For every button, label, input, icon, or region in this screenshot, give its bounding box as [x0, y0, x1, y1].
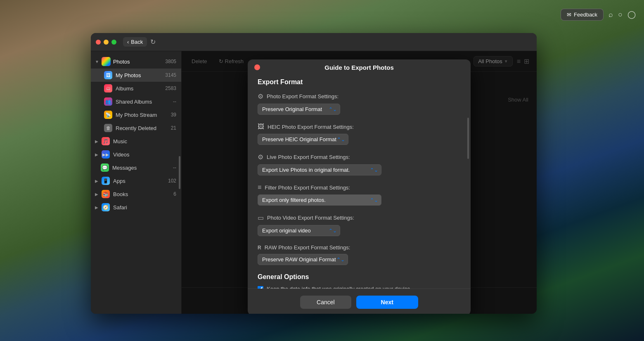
sidebar-safari-label: Safari	[113, 204, 127, 211]
heic-export-format-label-text: HEIC Photo Export Format Settings:	[268, 124, 354, 130]
sidebar-messages-label: Messages	[112, 165, 137, 171]
sidebar-shared-albums-label: Shared Albums	[116, 99, 152, 105]
chevron-right-icon-music: ▶	[95, 139, 98, 144]
photo-export-format-select[interactable]: Preserve Original FormatConvert to JPEGC…	[258, 104, 340, 115]
modal-overlay: Guide to Export Photos Export Format ⚙ P…	[182, 51, 537, 314]
sidebar-my-photos-label: My Photos	[116, 72, 141, 78]
sidebar-item-my-photos[interactable]: 🖼 My Photos 3145	[91, 69, 181, 82]
photo-video-export-label-text: Photo Video Export Format Settings:	[267, 215, 354, 221]
chevron-right-icon-safari: ▶	[95, 205, 98, 210]
photo-video-export-select[interactable]: Export original videoConvert to MP4Expor…	[258, 225, 340, 236]
next-button[interactable]: Next	[356, 296, 418, 309]
videos-icon: ▶▶	[102, 150, 110, 159]
back-button[interactable]: ‹ Back	[123, 37, 147, 47]
raw-badge-icon: R	[258, 245, 261, 251]
raw-photo-export-label-text: RAW Photo Export Format Settings:	[265, 244, 350, 251]
sidebar-item-recently-deleted[interactable]: 🗑 Recently Deleted 21	[91, 121, 181, 135]
feedback-icon: ✉	[567, 12, 571, 18]
sidebar-photos-count: 3805	[165, 59, 176, 64]
filter-lines-icon: ≡	[258, 184, 261, 191]
sidebar-apps-label: Apps	[113, 178, 125, 184]
user-icon[interactable]: ◯	[627, 10, 636, 19]
image-icon: 🖼	[258, 123, 264, 130]
date-info-checkbox-label: Keep the date info that was originally c…	[267, 286, 412, 289]
live-photo-export-row: ⚙ Live Photo Export Format Settings: Exp…	[258, 153, 461, 175]
apps-icon: 📱	[102, 177, 110, 185]
heic-export-format-select[interactable]: Preserve HEIC Original FormatConvert to …	[258, 134, 348, 145]
raw-photo-export-label: R RAW Photo Export Format Settings:	[258, 244, 461, 251]
sidebar-books-label: Books	[113, 191, 128, 197]
sidebar-item-safari[interactable]: ▶ 🧭 Safari	[91, 201, 181, 214]
sidebar-item-apps[interactable]: ▶ 📱 Apps 102	[91, 174, 181, 187]
sidebar-messages-count: --	[173, 165, 176, 170]
account-circle-icon[interactable]: ○	[618, 10, 623, 19]
sidebar-item-albums[interactable]: 🗂 Albums 2583	[91, 82, 181, 95]
photo-stream-icon: 📡	[104, 111, 112, 119]
maximize-button[interactable]	[111, 40, 116, 45]
right-panel: Delete ↻ Refresh ··· More All Photos ▼	[182, 51, 537, 314]
sidebar-photos-label: Photos	[113, 59, 130, 65]
dialog-title: Guide to Export Photos	[324, 64, 394, 71]
sidebar-photo-stream-label: My Photo Stream	[116, 112, 157, 118]
messages-icon: 💬	[101, 163, 109, 172]
date-info-checkbox-row: Keep the date info that was originally c…	[258, 286, 461, 289]
sidebar-item-messages[interactable]: 💬 Messages --	[91, 161, 181, 174]
sidebar-item-photos[interactable]: ▼ Photos 3805	[91, 54, 181, 69]
feedback-label: Feedback	[574, 12, 597, 18]
app-window: ‹ Back ↻ ▼ Photos 3805 🖼 My Photos 3145	[91, 33, 537, 314]
sidebar-music-label: Music	[113, 138, 127, 144]
sidebar-item-books[interactable]: ▶ 📚 Books 6	[91, 187, 181, 201]
sidebar-albums-label: Albums	[116, 85, 133, 92]
sidebar-recently-deleted-count: 21	[171, 125, 176, 131]
filter-photo-export-select[interactable]: Export only filtered photos.Export all p…	[258, 194, 381, 206]
general-options-section-title: General Options	[258, 273, 461, 281]
chevron-right-icon-apps: ▶	[95, 179, 98, 183]
shared-albums-icon: 👥	[104, 97, 112, 106]
heic-export-format-select-wrapper: Preserve HEIC Original FormatConvert to …	[258, 134, 348, 145]
recently-deleted-icon: 🗑	[104, 124, 112, 132]
sidebar: ▼ Photos 3805 🖼 My Photos 3145 🗂 Albums …	[91, 51, 182, 314]
close-button[interactable]	[96, 40, 101, 45]
albums-icon: 🗂	[104, 84, 112, 92]
search-icon[interactable]: ⌕	[608, 10, 613, 19]
minimize-button[interactable]	[104, 40, 109, 45]
sidebar-apps-count: 102	[168, 178, 176, 184]
photos-icon	[102, 57, 111, 66]
main-content: ▼ Photos 3805 🖼 My Photos 3145 🗂 Albums …	[91, 51, 537, 314]
sidebar-recently-deleted-label: Recently Deleted	[116, 125, 156, 131]
raw-photo-export-select[interactable]: Preserve RAW Original FormatConvert to T…	[258, 254, 348, 265]
date-info-checkbox[interactable]	[258, 286, 263, 289]
live-photo-export-label: ⚙ Live Photo Export Format Settings:	[258, 153, 461, 161]
live-photo-export-select-wrapper: Export Live Photos in original format.Ex…	[258, 164, 381, 175]
sidebar-videos-label: Videos	[113, 152, 130, 158]
raw-photo-export-select-wrapper: Preserve RAW Original FormatConvert to T…	[258, 254, 348, 265]
titlebar: ‹ Back ↻	[91, 33, 537, 51]
sidebar-albums-count: 2583	[165, 85, 176, 91]
my-photos-icon: 🖼	[104, 71, 112, 79]
photo-export-format-label: ⚙ Photo Export Format Settings:	[258, 92, 461, 100]
live-photo-export-select[interactable]: Export Live Photos in original format.Ex…	[258, 164, 381, 175]
sidebar-my-photos-count: 3145	[165, 72, 176, 78]
feedback-button[interactable]: ✉ Feedback	[561, 9, 604, 21]
photo-export-format-label-text: Photo Export Format Settings:	[267, 93, 339, 99]
live-photo-export-label-text: Live Photo Export Format Settings:	[267, 154, 350, 160]
music-icon: 🎵	[102, 137, 110, 145]
export-dialog: Guide to Export Photos Export Format ⚙ P…	[248, 59, 471, 314]
cancel-button[interactable]: Cancel	[300, 296, 351, 309]
photo-export-format-select-wrapper: Preserve Original FormatConvert to JPEGC…	[258, 104, 340, 115]
export-format-section-title: Export Format	[258, 78, 461, 86]
sidebar-item-shared-albums[interactable]: 👥 Shared Albums --	[91, 95, 181, 108]
refresh-icon-button[interactable]: ↻	[150, 38, 156, 46]
heic-export-format-row: 🖼 HEIC Photo Export Format Settings: Pre…	[258, 123, 461, 145]
dialog-close-button[interactable]	[254, 64, 260, 70]
raw-photo-export-row: R RAW Photo Export Format Settings: Pres…	[258, 244, 461, 265]
sidebar-scrollbar[interactable]	[179, 156, 180, 189]
dialog-scrollbar[interactable]	[467, 118, 469, 159]
settings-gear-icon: ⚙	[258, 92, 263, 100]
photo-export-format-row: ⚙ Photo Export Format Settings: Preserve…	[258, 92, 461, 115]
sidebar-item-music[interactable]: ▶ 🎵 Music	[91, 135, 181, 148]
sidebar-item-my-photo-stream[interactable]: 📡 My Photo Stream 39	[91, 108, 181, 121]
filter-photo-export-label-text: Filter Photo Export Format Settings:	[265, 185, 350, 191]
back-label: Back	[131, 39, 143, 45]
sidebar-item-videos[interactable]: ▶ ▶▶ Videos	[91, 148, 181, 161]
